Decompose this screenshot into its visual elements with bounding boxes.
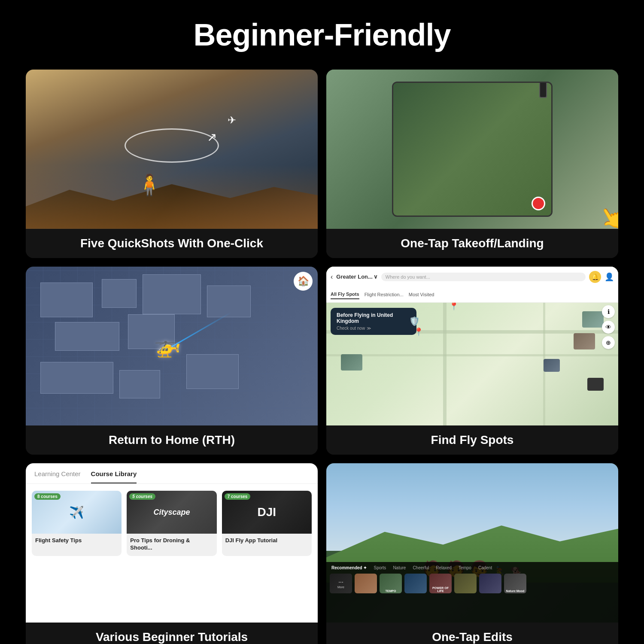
map-thumbnail-1 (582, 311, 604, 328)
edits-ui-bar: Recommended ✦ Sports Nature Cheerful Rel… (326, 562, 618, 623)
tutorials-visual: Learning Center Course Library 8 courses… (26, 463, 318, 623)
edit-thumb-tempo[interactable]: TEMPO (380, 574, 402, 593)
edit-thumbnails: ··· More TEMPO POWER OF LIFE (326, 572, 618, 623)
cityscape-label: Cityscape (153, 508, 190, 517)
back-button[interactable]: ‹ (331, 273, 333, 281)
tab-most-visited[interactable]: Most Visited (409, 290, 434, 299)
edit-thumb-power[interactable]: POWER OF LIFE (429, 574, 452, 593)
card-tutorials[interactable]: Learning Center Course Library 8 courses… (26, 463, 318, 644)
map-search-input[interactable]: Where do you want... (381, 273, 586, 281)
rth-label: Return to Home (RTH) (26, 425, 318, 455)
map-location-button[interactable]: ⊕ (602, 336, 615, 349)
takeoff-label: One-Tap Takeoff/Landing (326, 229, 618, 258)
map-tabs: All Fly Spots Flight Restriction... Most… (326, 287, 618, 303)
map-thumbnail-4 (544, 359, 560, 372)
course-name-2: Pro Tips for Droning & Shooti... (127, 534, 216, 556)
notice-link[interactable]: Check out now ≫ (337, 326, 410, 331)
edits-visual: 🧑 🧑 👦 🚴 🐕 Recommended ✦ Sports Nature Ch… (326, 463, 618, 623)
map-eye-button[interactable]: 👁 (602, 321, 615, 334)
fly-notice[interactable]: Before Flying in United Kingdom Check ou… (331, 308, 416, 335)
category-sports[interactable]: Sports (374, 565, 386, 570)
person-icon: 🧍 (137, 173, 162, 197)
tutorials-label: Various Beginner Tutorials (26, 623, 318, 644)
tab-course-library[interactable]: Course Library (91, 470, 137, 483)
chevron-down-icon: ∨ (374, 273, 378, 280)
quickshots-label: Five QuickShots With One-Click (26, 229, 318, 258)
course-badge-3: 7 courses (225, 493, 251, 500)
shield-icon: 🛡️ (409, 316, 420, 326)
card-edits[interactable]: 🧑 🧑 👦 🚴 🐕 Recommended ✦ Sports Nature Ch… (326, 463, 618, 644)
map-thumbnail-5 (587, 378, 604, 391)
edit-thumb-4[interactable] (404, 574, 427, 593)
map-user-icon[interactable]: 🔔 (589, 271, 601, 283)
rth-home-icon: 🏠 (294, 272, 313, 291)
mic-attachment (539, 82, 547, 98)
quickshots-visual: 🧍 ↗ ✈ (26, 70, 318, 229)
location-selector[interactable]: Greater Lon... ∨ (336, 273, 378, 280)
location-text: Greater Lon... (336, 273, 373, 280)
courses-list: 8 courses ✈️ Flight Safety Tips 5 course… (26, 484, 318, 563)
course-item-1[interactable]: 8 courses ✈️ Flight Safety Tips (32, 491, 122, 556)
map-right-panel: ℹ 👁 ⊕ (602, 305, 615, 349)
edit-thumb-2[interactable] (355, 574, 377, 593)
card-takeoff[interactable]: 👆 One-Tap Takeoff/Landing (326, 70, 618, 258)
map-thumbnail-2 (574, 333, 595, 349)
rth-visual: 🚁 🏠 (26, 267, 318, 426)
tab-learning-center[interactable]: Learning Center (34, 470, 81, 483)
tab-flight-restriction[interactable]: Flight Restriction... (365, 290, 404, 299)
edit-categories: Recommended ✦ Sports Nature Cheerful Rel… (326, 562, 618, 572)
course-badge-2: 5 courses (129, 493, 155, 500)
edit-thumb-7[interactable] (479, 574, 501, 593)
category-cadent[interactable]: Cadent (478, 565, 492, 570)
edits-label: One-Tap Edits (326, 623, 618, 644)
edit-thumb-nature[interactable]: Nature Mood (504, 574, 526, 593)
map-thumbnail-3 (341, 354, 362, 371)
page-title: Beginner-Friendly (193, 17, 450, 52)
card-quickshots[interactable]: 🧍 ↗ ✈ Five QuickShots With One-Click (26, 70, 318, 258)
category-cheerful[interactable]: Cheerful (413, 565, 429, 570)
course-badge-1: 8 courses (34, 493, 61, 500)
course-item-2[interactable]: 5 courses Cityscape Pro Tips for Droning… (127, 491, 216, 556)
course-name-1: Flight Safety Tips (32, 534, 122, 549)
card-flyspots[interactable]: 📍 📍 ‹ Greater Lon... ∨ Where do you want… (326, 267, 618, 455)
airplane-icon: ✈️ (69, 505, 84, 519)
category-nature[interactable]: Nature (393, 565, 406, 570)
card-grid: 🧍 ↗ ✈ Five QuickShots With One-Click (26, 70, 618, 644)
course-item-3[interactable]: 7 courses DJI DJI Fly App Tutorial (222, 491, 312, 556)
dji-logo-icon: DJI (258, 505, 276, 519)
course-name-3: DJI Fly App Tutorial (222, 534, 312, 549)
map-header: ‹ Greater Lon... ∨ Where do you want... … (326, 267, 618, 287)
drone-icon: 🚁 (154, 333, 181, 358)
edit-thumb-more[interactable]: ··· More (330, 574, 352, 593)
notice-title: Before Flying in United Kingdom (337, 312, 410, 324)
more-dots-icon: ··· (338, 578, 343, 585)
arrow-icon: ↗ (207, 130, 217, 144)
phone-mockup (392, 82, 553, 217)
takeoff-visual: 👆 (326, 70, 618, 229)
map-info-button[interactable]: ℹ (602, 305, 615, 318)
category-tempo[interactable]: Tempo (459, 565, 471, 570)
edit-thumb-6[interactable] (454, 574, 477, 593)
tutorials-tabs: Learning Center Course Library (26, 463, 318, 484)
flyspots-label: Find Fly Spots (326, 425, 618, 455)
category-recommended[interactable]: Recommended ✦ (331, 565, 367, 570)
drone-icon: ✈ (228, 114, 236, 126)
tab-all-fly-spots[interactable]: All Fly Spots (331, 290, 359, 299)
flyspots-visual: 📍 📍 ‹ Greater Lon... ∨ Where do you want… (326, 267, 618, 426)
card-rth[interactable]: 🚁 🏠 Return to Home (RTH) (26, 267, 318, 455)
map-profile-icon[interactable]: 👤 (605, 272, 614, 282)
map-pin-1: 📍 (449, 301, 459, 311)
category-relaxed[interactable]: Relaxed (436, 565, 452, 570)
